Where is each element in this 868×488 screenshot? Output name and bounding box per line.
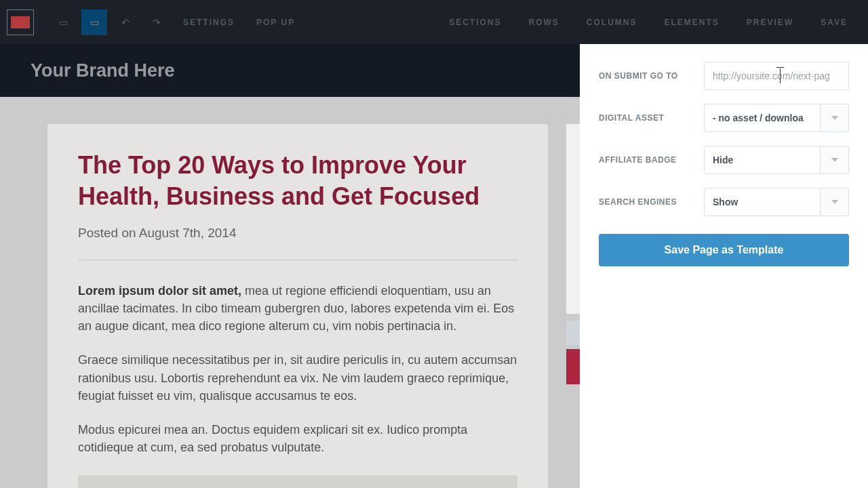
on-submit-input[interactable]	[704, 62, 849, 90]
rows-menu[interactable]: ROWS	[529, 18, 559, 27]
chevron-down-icon	[831, 158, 838, 162]
mobile-view-icon[interactable]: ▭	[81, 9, 107, 35]
search-engines-select[interactable]: Show	[704, 188, 821, 216]
popup-menu[interactable]: POP UP	[256, 18, 295, 27]
digital-asset-caret[interactable]	[821, 104, 849, 132]
paragraph-2[interactable]: Graece similique necessitatibus per in, …	[78, 351, 517, 404]
affiliate-badge-select[interactable]: Hide	[704, 146, 821, 174]
article-title[interactable]: The Top 20 Ways to Improve Your Health, …	[78, 150, 517, 212]
widget-stub	[566, 124, 580, 314]
sidebar-widgets-stub	[566, 124, 580, 384]
search-engines-caret[interactable]	[821, 188, 849, 216]
paragraph-1[interactable]: Lorem ipsum dolor sit amet, mea ut regio…	[78, 282, 517, 335]
chevron-down-icon	[831, 116, 838, 120]
brand-bar: Your Brand Here	[0, 44, 580, 97]
widget-stub	[566, 321, 580, 345]
elements-menu[interactable]: ELEMENTS	[665, 18, 719, 27]
search-engines-label: SEARCH ENGINES	[599, 197, 704, 207]
affiliate-badge-caret[interactable]	[821, 146, 849, 174]
article-meta: Posted on August 7th, 2014	[78, 226, 517, 241]
preview-button[interactable]: PREVIEW	[747, 18, 793, 27]
lead-text: Lorem ipsum dolor sit amet,	[78, 284, 241, 298]
columns-menu[interactable]: COLUMNS	[587, 18, 637, 27]
settings-panel: GENERAL SETTINGS ON SUBMIT GO TO DIGITAL…	[580, 44, 868, 488]
digital-asset-label: DIGITAL ASSET	[599, 113, 704, 123]
desktop-view-icon[interactable]: ▭	[50, 9, 76, 35]
digital-asset-row: DIGITAL ASSET - no asset / downloa	[599, 104, 849, 132]
top-toolbar: ▭ ▭ ↶ ↷ SETTINGS POP UP SECTIONS ROWS CO…	[0, 0, 868, 44]
redo-icon[interactable]: ↷	[144, 9, 170, 35]
search-engines-row: SEARCH ENGINES Show	[599, 188, 849, 216]
app-logo[interactable]	[7, 9, 34, 35]
divider	[78, 260, 517, 260]
affiliate-badge-label: AFFILIATE BADGE	[599, 155, 704, 165]
paragraph-3[interactable]: Modus epicurei mea an. Doctus equidem ex…	[78, 421, 517, 456]
settings-menu[interactable]: SETTINGS	[183, 18, 235, 27]
digital-asset-select[interactable]: - no asset / downloa	[704, 104, 821, 132]
affiliate-badge-row: AFFILIATE BADGE Hide	[599, 146, 849, 174]
save-button[interactable]: SAVE	[821, 18, 848, 27]
content-block[interactable]	[78, 475, 517, 488]
save-page-as-template-button[interactable]: Save Page as Template	[599, 234, 849, 266]
sections-menu[interactable]: SECTIONS	[449, 18, 501, 27]
logo-icon	[11, 16, 30, 28]
widget-stub	[566, 349, 580, 384]
article-body[interactable]: Lorem ipsum dolor sit amet, mea ut regio…	[78, 282, 517, 488]
brand-title: Your Brand Here	[31, 60, 175, 81]
undo-icon[interactable]: ↶	[113, 9, 138, 35]
article-card[interactable]: The Top 20 Ways to Improve Your Health, …	[47, 124, 548, 488]
chevron-down-icon	[831, 200, 838, 204]
on-submit-label: ON SUBMIT GO TO	[599, 71, 704, 81]
editor-canvas[interactable]: The Top 20 Ways to Improve Your Health, …	[0, 97, 580, 488]
on-submit-row: ON SUBMIT GO TO	[599, 62, 849, 90]
